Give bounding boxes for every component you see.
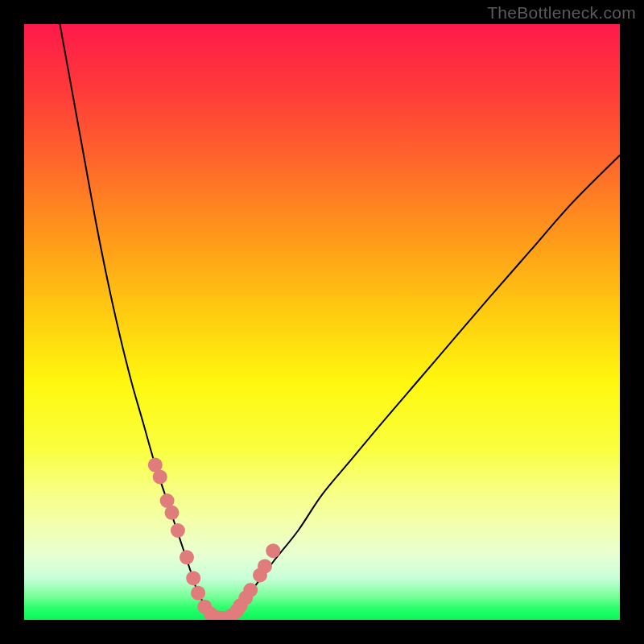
curve-dot (258, 559, 272, 573)
curve-dot (160, 493, 175, 508)
curve-dot (148, 458, 163, 473)
curve-dot (180, 550, 194, 564)
curve-dot (171, 523, 185, 538)
curve-dot (233, 598, 248, 613)
curve-dot (238, 591, 253, 605)
curve-dots-layer (24, 24, 620, 620)
curve-dot (153, 469, 167, 484)
curve-dot (266, 543, 280, 558)
plot-area (24, 24, 620, 620)
curve-dot (191, 586, 205, 601)
curve-dot (229, 604, 244, 618)
curve-dot (225, 609, 239, 620)
curve-dot (204, 607, 218, 620)
chart-frame: TheBottleneck.com (0, 0, 644, 644)
curve-dot (165, 506, 180, 520)
curve-dot (253, 568, 267, 583)
curve-dot (186, 571, 200, 585)
curve-dot (197, 600, 212, 614)
watermark-text: TheBottleneck.com (487, 3, 636, 23)
curve-dot (215, 611, 229, 620)
curve-dot (243, 583, 258, 597)
bottleneck-curve (24, 24, 620, 620)
curve-dot (209, 610, 224, 620)
